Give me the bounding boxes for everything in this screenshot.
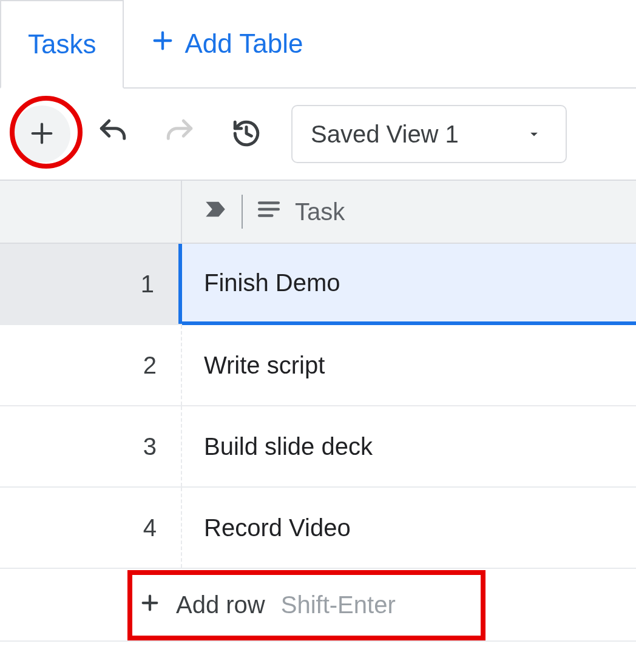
- plus-icon: [151, 29, 175, 59]
- history-icon: [231, 118, 262, 150]
- row-number[interactable]: 4: [0, 488, 182, 568]
- task-column-label: Task: [295, 198, 345, 226]
- history-button[interactable]: [222, 110, 271, 158]
- add-row[interactable]: Add row Shift-Enter: [0, 569, 636, 642]
- divider: [242, 195, 243, 229]
- task-cell[interactable]: Record Video: [182, 488, 636, 568]
- row-number-column-header[interactable]: [0, 181, 182, 243]
- tab-tasks-label: Tasks: [28, 29, 96, 59]
- task-column-header[interactable]: Task: [182, 181, 636, 243]
- toolbar: Saved View 1: [0, 89, 636, 180]
- add-button[interactable]: [13, 106, 70, 163]
- undo-button[interactable]: [89, 110, 137, 158]
- task-cell[interactable]: Write script: [182, 325, 636, 405]
- column-header-row: Task: [0, 180, 636, 244]
- table-row[interactable]: 3 Build slide deck: [0, 406, 636, 488]
- task-cell[interactable]: Finish Demo: [182, 244, 636, 325]
- plus-icon: [140, 591, 160, 619]
- task-cell[interactable]: Build slide deck: [182, 406, 636, 486]
- add-row-label: Add row: [176, 591, 265, 619]
- saved-view-label: Saved View 1: [311, 121, 459, 148]
- tab-add-table-label: Add Table: [184, 29, 303, 59]
- tab-strip: Tasks Add Table: [0, 0, 636, 89]
- tab-tasks[interactable]: Tasks: [0, 0, 124, 89]
- redo-icon: [164, 118, 195, 150]
- redo-button[interactable]: [155, 110, 204, 158]
- row-number[interactable]: 3: [0, 406, 182, 486]
- tab-add-table[interactable]: Add Table: [124, 0, 330, 87]
- plus-icon: [28, 119, 56, 149]
- table-row[interactable]: 4 Record Video: [0, 488, 636, 569]
- row-number[interactable]: 2: [0, 325, 182, 405]
- text-column-icon: [256, 197, 282, 227]
- saved-view-dropdown[interactable]: Saved View 1: [291, 105, 567, 163]
- table-row[interactable]: 2 Write script: [0, 325, 636, 406]
- undo-icon: [98, 118, 128, 150]
- add-row-hint: Shift-Enter: [281, 591, 396, 619]
- table-row[interactable]: 1 Finish Demo: [0, 244, 636, 325]
- caret-down-icon: [526, 121, 543, 148]
- row-number[interactable]: 1: [0, 244, 182, 324]
- tag-icon: [203, 197, 228, 227]
